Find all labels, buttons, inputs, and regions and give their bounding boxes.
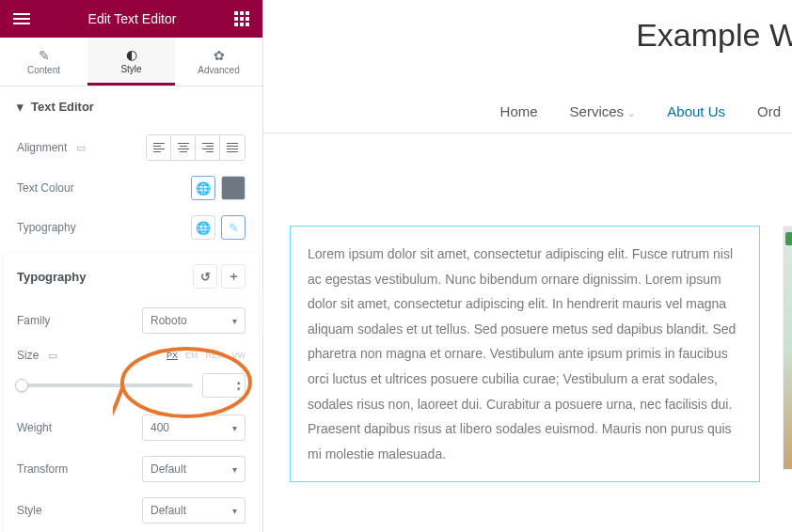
text-editor-widget[interactable]: Lorem ipsum dolor sit amet, consectetur … bbox=[290, 226, 760, 482]
colour-picker[interactable] bbox=[221, 176, 246, 200]
nav-home[interactable]: Home bbox=[500, 103, 538, 119]
align-center-button[interactable] bbox=[171, 135, 196, 160]
chevron-down-icon: ▾ bbox=[232, 423, 237, 433]
weight-row: Weight 400 ▾ bbox=[4, 407, 259, 448]
panel-title: Edit Text Editor bbox=[88, 11, 177, 26]
size-slider[interactable] bbox=[17, 383, 193, 387]
add-button[interactable]: ＋ bbox=[221, 264, 246, 289]
align-justify-icon bbox=[227, 143, 238, 152]
panel-tabs: ✎ Content ◐ Style ✿ Advanced bbox=[0, 38, 262, 86]
sidebar-topbar: Edit Text Editor bbox=[0, 0, 262, 38]
align-right-icon bbox=[202, 143, 214, 152]
unit-px[interactable]: PX bbox=[166, 351, 178, 360]
popover-title: Typography bbox=[17, 270, 86, 284]
sidebar-image bbox=[783, 226, 792, 470]
alignment-buttons bbox=[146, 134, 246, 161]
alignment-label: Alignment ▭ bbox=[17, 141, 86, 154]
text-colour-row: Text Colour 🌐 bbox=[0, 168, 262, 208]
align-center-icon bbox=[178, 143, 189, 152]
text-colour-label: Text Colour bbox=[17, 181, 74, 195]
desktop-icon[interactable]: ▭ bbox=[48, 350, 57, 361]
tab-label: Content bbox=[27, 65, 60, 75]
tab-label: Advanced bbox=[198, 65, 239, 75]
panel-body: ▾ Text Editor Alignment ▭ Text Colour bbox=[0, 86, 262, 532]
align-left-icon bbox=[153, 143, 165, 152]
menu-icon[interactable] bbox=[13, 13, 30, 24]
family-row: Family Roboto ▾ bbox=[4, 300, 259, 341]
contrast-icon: ◐ bbox=[126, 47, 137, 62]
globe-icon: 🌐 bbox=[196, 221, 211, 235]
site-title: Example W bbox=[636, 17, 792, 54]
unit-rem[interactable]: REM bbox=[206, 351, 225, 360]
caret-down-icon: ▾ bbox=[17, 100, 24, 114]
alignment-row: Alignment ▭ bbox=[0, 127, 262, 168]
tab-label: Style bbox=[120, 64, 141, 74]
align-right-button[interactable] bbox=[196, 135, 220, 160]
nav-about[interactable]: About Us bbox=[667, 103, 725, 119]
edit-typography-button[interactable]: ✎ bbox=[221, 215, 246, 240]
transform-label: Transform bbox=[17, 462, 83, 476]
gear-icon: ✿ bbox=[214, 48, 225, 63]
weight-label: Weight bbox=[17, 421, 83, 434]
font-style-label: Style bbox=[17, 504, 83, 517]
global-typography-button[interactable]: 🌐 bbox=[191, 215, 215, 240]
global-colour-button[interactable]: 🌐 bbox=[191, 176, 215, 200]
section-title: Text Editor bbox=[31, 100, 94, 114]
slider-thumb[interactable] bbox=[15, 379, 28, 392]
plus-icon: ＋ bbox=[228, 268, 240, 285]
typography-popover: Typography ↺ ＋ Family Roboto ▾ Size bbox=[4, 253, 259, 532]
style-select[interactable]: Default ▾ bbox=[142, 497, 246, 524]
size-label: Size ▭ bbox=[17, 349, 83, 362]
unit-em[interactable]: EM bbox=[185, 351, 198, 360]
undo-icon: ↺ bbox=[200, 270, 211, 284]
editor-sidebar: Edit Text Editor ✎ Content ◐ Style ✿ Adv… bbox=[0, 0, 263, 532]
reset-button[interactable]: ↺ bbox=[193, 264, 217, 289]
transform-row: Transform Default ▾ bbox=[4, 448, 259, 490]
nav-order[interactable]: Ord bbox=[757, 103, 781, 119]
pencil-icon: ✎ bbox=[39, 48, 50, 63]
unit-vw[interactable]: VW bbox=[232, 351, 246, 360]
size-row: Size ▭ PX EM REM VW bbox=[4, 341, 259, 369]
chevron-down-icon: ▾ bbox=[232, 464, 237, 475]
align-left-button[interactable] bbox=[147, 135, 171, 160]
transform-select[interactable]: Default ▾ bbox=[142, 456, 246, 482]
preview-canvas: Example W Home Services ⌄ About Us Ord L… bbox=[263, 0, 792, 532]
desktop-icon[interactable]: ▭ bbox=[76, 142, 86, 153]
chevron-down-icon: ⌄ bbox=[627, 108, 635, 118]
typography-row: Typography 🌐 ✎ bbox=[0, 208, 262, 247]
globe-icon: 🌐 bbox=[196, 181, 211, 196]
number-stepper[interactable]: ▴▾ bbox=[237, 379, 241, 392]
family-select[interactable]: Roboto ▾ bbox=[142, 307, 246, 334]
apps-icon[interactable] bbox=[234, 11, 249, 26]
chevron-down-icon: ▾ bbox=[232, 316, 237, 326]
site-nav: Home Services ⌄ About Us Ord bbox=[263, 103, 792, 133]
pencil-icon: ✎ bbox=[229, 221, 239, 235]
chevron-down-icon: ▾ bbox=[232, 506, 237, 516]
typography-label: Typography bbox=[17, 221, 76, 234]
tab-advanced[interactable]: ✿ Advanced bbox=[175, 38, 262, 86]
size-slider-row: ▴▾ bbox=[4, 369, 259, 407]
style-row: Style Default ▾ bbox=[4, 490, 259, 531]
tab-style[interactable]: ◐ Style bbox=[87, 38, 175, 86]
weight-select[interactable]: 400 ▾ bbox=[142, 415, 246, 441]
section-toggle[interactable]: ▾ Text Editor bbox=[0, 86, 262, 127]
size-units: PX EM REM VW bbox=[166, 351, 246, 360]
nav-services[interactable]: Services ⌄ bbox=[570, 103, 636, 119]
align-justify-button[interactable] bbox=[220, 135, 245, 160]
tab-content[interactable]: ✎ Content bbox=[0, 38, 87, 86]
family-label: Family bbox=[17, 314, 83, 327]
size-input[interactable]: ▴▾ bbox=[202, 373, 246, 398]
